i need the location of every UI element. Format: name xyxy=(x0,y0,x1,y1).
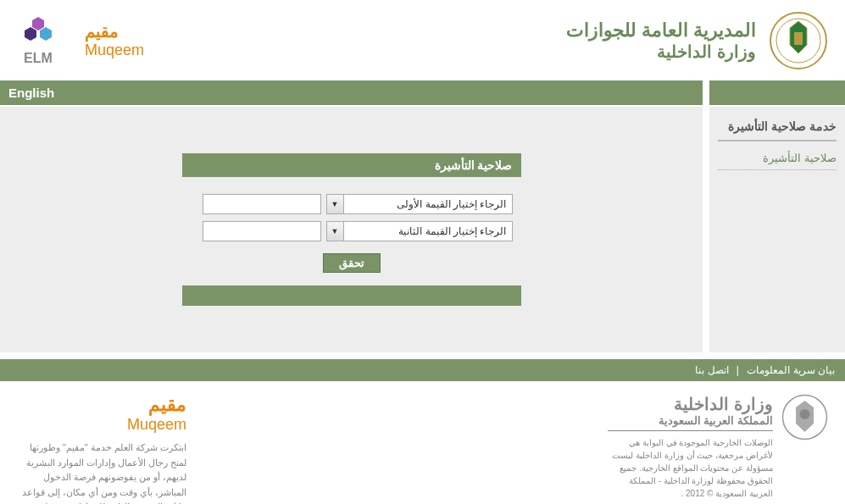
form-row-2: ▼ الرجاء إختيار القيمة الثانية xyxy=(191,221,513,241)
header-left: ELM مقيم Muqeem xyxy=(17,15,144,66)
svg-rect-5 xyxy=(794,32,803,45)
moi-disclaimer: الوصلات الخارجية الموجودة في البوابة هي … xyxy=(608,436,773,500)
nav-row: English xyxy=(0,80,845,105)
jawazat-text: المديرية العامة للجوازات وزارة الداخلية xyxy=(566,19,756,62)
header-right: المديرية العامة للجوازات وزارة الداخلية xyxy=(566,11,828,70)
svg-marker-2 xyxy=(40,27,52,41)
footer-muqeem-ar: مقيم xyxy=(17,394,186,416)
jawazat-line1: المديرية العامة للجوازات xyxy=(566,19,756,42)
select2-dropdown[interactable]: ▼ الرجاء إختيار القيمة الثانية xyxy=(326,221,513,241)
footer-left: مقيم Muqeem ابتكرت شركة العلم خدمة "مقيم… xyxy=(17,394,186,504)
muqeem-logo: مقيم Muqeem xyxy=(85,21,144,59)
footer-muqeem-en: Muqeem xyxy=(17,416,186,434)
jawazat-emblem-icon xyxy=(769,11,828,70)
sidebar-link-visa-validity[interactable]: صلاحية التأشيرة xyxy=(718,152,837,170)
verify-button[interactable]: تحقق xyxy=(323,253,381,273)
language-switch[interactable]: English xyxy=(0,80,703,105)
svg-point-7 xyxy=(800,409,810,419)
moi-text: وزارة الداخلية المملكة العربية السعودية … xyxy=(608,394,773,504)
select1-text: الرجاء إختيار القيمة الأولى xyxy=(327,198,512,210)
muqeem-en: Muqeem xyxy=(85,42,144,59)
footer-description: ابتكرت شركة العلم خدمة "مقيم" وطورتها لم… xyxy=(17,440,186,504)
footer-privacy-link[interactable]: بيان سرية المعلومات xyxy=(747,364,835,376)
elm-label: ELM xyxy=(24,51,53,66)
svg-marker-1 xyxy=(25,27,36,41)
header: ELM مقيم Muqeem المديرية العامة للجوازات… xyxy=(0,0,845,80)
moi-line1: وزارة الداخلية xyxy=(608,394,773,414)
nav-side-spacer xyxy=(709,80,845,105)
visa-validity-form: صلاحية التأشيرة ▼ الرجاء إختيار القيمة ا… xyxy=(182,153,521,352)
muqeem-ar: مقيم xyxy=(85,21,144,42)
elm-icon xyxy=(17,15,59,49)
footer-right: وزارة الداخلية المملكة العربية السعودية … xyxy=(608,394,828,504)
svg-marker-0 xyxy=(32,17,44,30)
select1-dropdown[interactable]: ▼ الرجاء إختيار القيمة الأولى xyxy=(326,194,513,214)
footer-bar: بيان سرية المعلومات | اتصل بنا xyxy=(0,359,845,381)
sidebar: خدمة صلاحية التأشيرة صلاحية التأشيرة xyxy=(709,107,845,352)
jawazat-line2: وزارة الداخلية xyxy=(566,42,756,62)
moi-line2: المملكة العربية السعودية xyxy=(608,414,773,431)
footer-contact-link[interactable]: اتصل بنا xyxy=(695,364,728,376)
form-footer-bar xyxy=(182,285,521,306)
elm-logo: ELM xyxy=(17,15,59,66)
moi-emblem-icon xyxy=(781,394,828,440)
form-row-1: ▼ الرجاء إختيار القيمة الأولى xyxy=(191,194,513,214)
footer-content: مقيم Muqeem ابتكرت شركة العلم خدمة "مقيم… xyxy=(0,381,845,504)
chevron-down-icon: ▼ xyxy=(327,195,344,213)
select2-text: الرجاء إختيار القيمة الثانية xyxy=(327,225,512,237)
form-title: صلاحية التأشيرة xyxy=(182,153,521,177)
chevron-down-icon: ▼ xyxy=(327,222,344,241)
value2-input[interactable] xyxy=(203,221,321,241)
value1-input[interactable] xyxy=(203,194,321,214)
sidebar-title: خدمة صلاحية التأشيرة xyxy=(718,119,837,141)
content-main: صلاحية التأشيرة ▼ الرجاء إختيار القيمة ا… xyxy=(0,107,703,352)
separator: | xyxy=(737,364,739,376)
form-body: ▼ الرجاء إختيار القيمة الأولى ▼ الرجاء إ… xyxy=(182,177,521,285)
content-row: صلاحية التأشيرة ▼ الرجاء إختيار القيمة ا… xyxy=(0,107,845,352)
